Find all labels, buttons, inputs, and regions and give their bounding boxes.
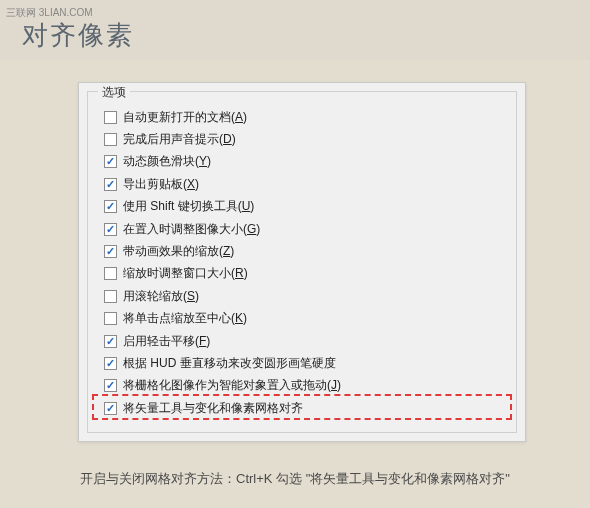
- option-label[interactable]: 启用轻击平移(F): [123, 333, 210, 350]
- option-row: 启用轻击平移(F): [104, 330, 506, 352]
- option-row: 自动更新打开的文档(A): [104, 106, 506, 128]
- checkbox[interactable]: [104, 178, 117, 191]
- option-row: 将栅格化图像作为智能对象置入或拖动(J): [104, 375, 506, 397]
- checkbox[interactable]: [104, 357, 117, 370]
- checkbox[interactable]: [104, 379, 117, 392]
- checkbox[interactable]: [104, 200, 117, 213]
- option-label[interactable]: 将矢量工具与变化和像素网格对齐: [123, 400, 303, 417]
- option-label[interactable]: 自动更新打开的文档(A): [123, 109, 247, 126]
- option-label[interactable]: 动态颜色滑块(Y): [123, 153, 211, 170]
- option-label[interactable]: 用滚轮缩放(S): [123, 288, 199, 305]
- footer-text: 开启与关闭网格对齐方法：Ctrl+K 勾选 "将矢量工具与变化和像素网格对齐": [0, 470, 590, 488]
- page-title: 对齐像素: [22, 18, 134, 53]
- option-row: 动态颜色滑块(Y): [104, 151, 506, 173]
- options-list: 自动更新打开的文档(A)完成后用声音提示(D)动态颜色滑块(Y)导出剪贴板(X)…: [104, 106, 506, 419]
- checkbox[interactable]: [104, 245, 117, 258]
- watermark: 三联网 3LIAN.COM: [6, 6, 93, 20]
- option-row: 将矢量工具与变化和像素网格对齐: [104, 397, 506, 419]
- checkbox[interactable]: [104, 267, 117, 280]
- options-panel: 选项 自动更新打开的文档(A)完成后用声音提示(D)动态颜色滑块(Y)导出剪贴板…: [78, 82, 526, 442]
- option-row: 使用 Shift 键切换工具(U): [104, 196, 506, 218]
- footer-prefix: 开启与关闭网格对齐方法：Ctrl+K 勾选: [80, 471, 306, 486]
- checkbox[interactable]: [104, 223, 117, 236]
- option-row: 将单击点缩放至中心(K): [104, 308, 506, 330]
- checkbox[interactable]: [104, 312, 117, 325]
- option-row: 带动画效果的缩放(Z): [104, 240, 506, 262]
- option-row: 用滚轮缩放(S): [104, 285, 506, 307]
- option-label[interactable]: 导出剪贴板(X): [123, 176, 199, 193]
- checkbox[interactable]: [104, 111, 117, 124]
- option-label[interactable]: 带动画效果的缩放(Z): [123, 243, 234, 260]
- option-label[interactable]: 使用 Shift 键切换工具(U): [123, 198, 254, 215]
- option-label[interactable]: 完成后用声音提示(D): [123, 131, 236, 148]
- option-label[interactable]: 将栅格化图像作为智能对象置入或拖动(J): [123, 377, 341, 394]
- option-row: 根据 HUD 垂直移动来改变圆形画笔硬度: [104, 352, 506, 374]
- option-label[interactable]: 缩放时调整窗口大小(R): [123, 265, 248, 282]
- option-row: 在置入时调整图像大小(G): [104, 218, 506, 240]
- checkbox[interactable]: [104, 133, 117, 146]
- option-row: 导出剪贴板(X): [104, 173, 506, 195]
- footer-quoted: "将矢量工具与变化和像素网格对齐": [306, 471, 510, 486]
- fieldset-legend: 选项: [98, 84, 130, 101]
- option-row: 缩放时调整窗口大小(R): [104, 263, 506, 285]
- options-fieldset: 选项 自动更新打开的文档(A)完成后用声音提示(D)动态颜色滑块(Y)导出剪贴板…: [87, 91, 517, 433]
- option-label[interactable]: 在置入时调整图像大小(G): [123, 221, 260, 238]
- option-label[interactable]: 将单击点缩放至中心(K): [123, 310, 247, 327]
- checkbox[interactable]: [104, 290, 117, 303]
- checkbox[interactable]: [104, 155, 117, 168]
- checkbox[interactable]: [104, 402, 117, 415]
- checkbox[interactable]: [104, 335, 117, 348]
- option-label[interactable]: 根据 HUD 垂直移动来改变圆形画笔硬度: [123, 355, 336, 372]
- option-row: 完成后用声音提示(D): [104, 128, 506, 150]
